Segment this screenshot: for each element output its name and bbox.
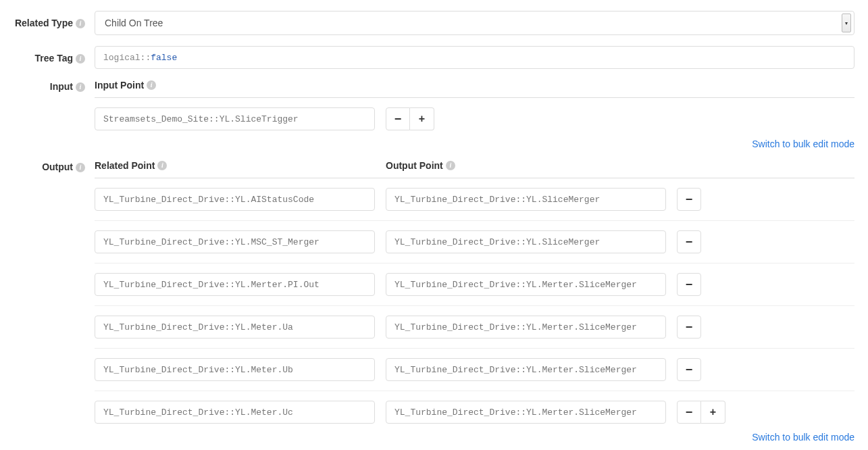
related-type-select[interactable]: Child On Tree ▾ (95, 11, 854, 35)
output-point-field[interactable]: YL_Turbine_Direct_Drive::YL.Merter.Slice… (386, 316, 666, 339)
info-icon: i (76, 19, 85, 28)
input-bulk-edit-link[interactable]: Switch to bulk edit mode (752, 139, 854, 149)
remove-output-button[interactable]: − (677, 316, 701, 339)
info-icon: i (76, 82, 85, 92)
add-output-button[interactable]: + (701, 401, 725, 424)
input-point-header: Input Pointi (95, 80, 854, 97)
label-input: Inputi (7, 80, 95, 92)
label-related-type: Related Typei (7, 11, 95, 28)
output-point-field[interactable]: YL_Turbine_Direct_Drive::YL.SliceMerger (386, 230, 666, 253)
remove-output-button[interactable]: − (677, 358, 701, 381)
remove-output-button[interactable]: − (677, 273, 701, 296)
label-output: Outputi (7, 160, 95, 172)
input-point-field[interactable]: Streamsets_Demo_Site::YL.SliceTrigger (95, 107, 375, 130)
chevron-down-icon: ▾ (842, 14, 851, 32)
output-point-field[interactable]: YL_Turbine_Direct_Drive::YL.Merter.Slice… (386, 358, 666, 381)
output-point-header: Output Pointi (386, 160, 666, 171)
related-point-field[interactable]: YL_Turbine_Direct_Drive::YL.Meter.Uc (95, 401, 375, 424)
tree-tag-input[interactable]: logical::false (95, 46, 854, 69)
input-row-actions: − + (386, 107, 434, 130)
remove-output-button[interactable]: − (677, 230, 701, 253)
add-input-button[interactable]: + (410, 107, 434, 130)
info-icon: i (76, 163, 85, 172)
related-point-field[interactable]: YL_Turbine_Direct_Drive::YL.Merter.PI.Ou… (95, 273, 375, 296)
related-point-field[interactable]: YL_Turbine_Direct_Drive::YL.Meter.Ub (95, 358, 375, 381)
info-icon: i (76, 54, 85, 64)
info-icon: i (446, 161, 455, 170)
related-point-header: Related Pointi (95, 160, 375, 171)
info-icon: i (147, 80, 156, 90)
related-point-field[interactable]: YL_Turbine_Direct_Drive::YL.MSC_ST_Merge… (95, 230, 375, 253)
label-tree-tag: Tree Tagi (7, 46, 95, 64)
info-icon: i (157, 161, 167, 170)
related-point-field[interactable]: YL_Turbine_Direct_Drive::YL.Meter.Ua (95, 316, 375, 339)
remove-output-button[interactable]: − (677, 401, 701, 424)
output-row-actions: −+ (677, 401, 725, 424)
output-point-field[interactable]: YL_Turbine_Direct_Drive::YL.Merter.Slice… (386, 401, 666, 424)
related-point-field[interactable]: YL_Turbine_Direct_Drive::YL.AIStatusCode (95, 188, 375, 211)
output-bulk-edit-link[interactable]: Switch to bulk edit mode (752, 432, 854, 443)
remove-input-button[interactable]: − (386, 107, 410, 130)
remove-output-button[interactable]: − (677, 188, 701, 211)
output-point-field[interactable]: YL_Turbine_Direct_Drive::YL.SliceMerger (386, 188, 666, 211)
output-point-field[interactable]: YL_Turbine_Direct_Drive::YL.Merter.Slice… (386, 273, 666, 296)
